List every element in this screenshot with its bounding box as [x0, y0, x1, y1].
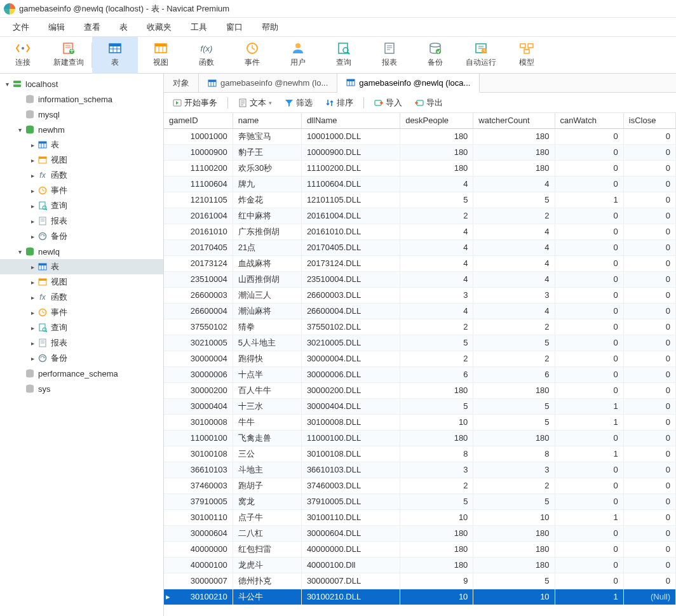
- table-row[interactable]: 2017040521点20170405.DLL4400: [164, 239, 676, 255]
- cell-gameID[interactable]: 36610103: [164, 462, 233, 478]
- toolbar-report[interactable]: 报表: [367, 37, 412, 74]
- cell-dllName[interactable]: 20161010.DLL: [301, 224, 400, 239]
- cell-deskPeople[interactable]: 180: [400, 128, 473, 144]
- cell-gameID[interactable]: 30100008: [164, 414, 233, 430]
- cell-deskPeople[interactable]: 5: [400, 335, 473, 351]
- import-button[interactable]: 导入: [370, 95, 406, 110]
- toolbar-autorun[interactable]: 自动运行: [458, 37, 504, 74]
- cell-name[interactable]: 龙虎斗: [233, 557, 301, 573]
- cell-canWatch[interactable]: 0: [555, 557, 623, 573]
- tree-newhm[interactable]: ▾newhm: [0, 122, 163, 137]
- table-row[interactable]: 11000100飞禽走兽11000100.DLL18018000: [164, 430, 676, 446]
- cell-deskPeople[interactable]: 6: [400, 366, 473, 382]
- table-row[interactable]: 10001000奔驰宝马10001000.DLL18018000: [164, 128, 676, 144]
- cell-name[interactable]: 5人斗地主: [233, 335, 301, 351]
- cell-watcherCount[interactable]: 4: [473, 255, 555, 271]
- cell-deskPeople[interactable]: 180: [400, 557, 473, 573]
- cell-isClose[interactable]: 0: [623, 493, 675, 509]
- cell-dllName[interactable]: 20173124.DLL: [301, 255, 400, 271]
- cell-name[interactable]: 斗公牛: [233, 589, 301, 605]
- toolbar-table[interactable]: 表: [92, 37, 138, 74]
- cell-watcherCount[interactable]: 180: [473, 557, 555, 573]
- cell-dllName[interactable]: 30000004.DLL: [301, 351, 400, 366]
- cell-dllName[interactable]: 37460003.DLL: [301, 478, 400, 493]
- cell-dllName[interactable]: 12101105.DLL: [301, 192, 400, 208]
- cell-gameID[interactable]: 12101105: [164, 192, 233, 208]
- cell-gameID[interactable]: 40000100: [164, 557, 233, 573]
- cell-name[interactable]: 山西推倒胡: [233, 271, 301, 287]
- toolbar-query[interactable]: 查询: [321, 37, 367, 74]
- cell-deskPeople[interactable]: 180: [400, 525, 473, 541]
- tree-事件[interactable]: ▸事件: [0, 183, 163, 198]
- cell-dllName[interactable]: 11100200.DLL: [301, 160, 400, 176]
- cell-isClose[interactable]: 0: [623, 160, 675, 176]
- cell-name[interactable]: 红中麻将: [233, 208, 301, 224]
- cell-name[interactable]: 窝龙: [233, 493, 301, 509]
- cell-isClose[interactable]: 0: [623, 208, 675, 224]
- cell-canWatch[interactable]: 0: [555, 366, 623, 382]
- cell-gameID[interactable]: 30000604: [164, 525, 233, 541]
- cell-deskPeople[interactable]: 5: [400, 493, 473, 509]
- cell-watcherCount[interactable]: 180: [473, 541, 555, 557]
- cell-deskPeople[interactable]: 5: [400, 192, 473, 208]
- table-row[interactable]: 30100108三公30100108.DLL8810: [164, 446, 676, 462]
- tab[interactable]: gamebaseinfo @newlq (loca...: [337, 74, 480, 93]
- cell-gameID[interactable]: 30000404: [164, 398, 233, 414]
- table-row[interactable]: 37910005窝龙37910005.DLL5500: [164, 493, 676, 509]
- cell-gameID[interactable]: 40000000: [164, 541, 233, 557]
- tree-函数[interactable]: ▸fx函数: [0, 290, 163, 305]
- cell-gameID[interactable]: ▸30100210: [164, 589, 233, 605]
- cell-watcherCount[interactable]: 6: [473, 366, 555, 382]
- cell-isClose[interactable]: 0: [623, 414, 675, 430]
- cell-deskPeople[interactable]: 10: [400, 509, 473, 525]
- tree-toggle-icon[interactable]: ▸: [28, 142, 37, 149]
- begin-transaction-button[interactable]: 开始事务: [169, 95, 221, 110]
- cell-isClose[interactable]: 0: [623, 462, 675, 478]
- cell-gameID[interactable]: 37910005: [164, 493, 233, 509]
- cell-gameID[interactable]: 30000004: [164, 351, 233, 366]
- cell-isClose[interactable]: 0: [623, 271, 675, 287]
- cell-watcherCount[interactable]: 4: [473, 303, 555, 319]
- tree-toggle-icon[interactable]: ▸: [28, 279, 37, 286]
- toolbar-model[interactable]: 模型: [504, 37, 550, 74]
- cell-dllName[interactable]: 26600003.DLL: [301, 287, 400, 303]
- cell-deskPeople[interactable]: 180: [400, 382, 473, 398]
- tree-toggle-icon[interactable]: ▾: [3, 81, 11, 88]
- menu-窗口[interactable]: 窗口: [217, 19, 252, 36]
- table-row[interactable]: 30000007德州扑克30000007.DLL9500: [164, 573, 676, 589]
- cell-isClose[interactable]: 0: [623, 319, 675, 335]
- cell-gameID[interactable]: 23510004: [164, 271, 233, 287]
- cell-watcherCount[interactable]: 10: [473, 589, 555, 605]
- cell-deskPeople[interactable]: 2: [400, 319, 473, 335]
- cell-watcherCount[interactable]: 180: [473, 160, 555, 176]
- cell-canWatch[interactable]: 0: [555, 351, 623, 366]
- cell-name[interactable]: 猜拳: [233, 319, 301, 335]
- cell-name[interactable]: 跑胡子: [233, 478, 301, 493]
- cell-canWatch[interactable]: 0: [555, 128, 623, 144]
- tree-toggle-icon[interactable]: ▸: [28, 157, 37, 164]
- cell-name[interactable]: 点子牛: [233, 509, 301, 525]
- table-row[interactable]: 40000000红包扫雷40000000.DLL18018000: [164, 541, 676, 557]
- cell-watcherCount[interactable]: 4: [473, 239, 555, 255]
- cell-name[interactable]: 百人牛牛: [233, 382, 301, 398]
- cell-watcherCount[interactable]: 5: [473, 335, 555, 351]
- menu-查看[interactable]: 查看: [75, 19, 109, 36]
- cell-deskPeople[interactable]: 4: [400, 176, 473, 192]
- tree-查询[interactable]: ▸查询: [0, 320, 163, 335]
- table-row[interactable]: 30000200百人牛牛30000200.DLL18018000: [164, 382, 676, 398]
- export-button[interactable]: 导出: [411, 95, 447, 110]
- tree-toggle-icon[interactable]: ▸: [28, 294, 37, 301]
- cell-watcherCount[interactable]: 5: [473, 573, 555, 589]
- tree-报表[interactable]: ▸报表: [0, 335, 163, 351]
- cell-watcherCount[interactable]: 2: [473, 478, 555, 493]
- tree-函数[interactable]: ▸fx函数: [0, 168, 163, 183]
- cell-watcherCount[interactable]: 10: [473, 509, 555, 525]
- tree-toggle-icon[interactable]: ▸: [28, 340, 37, 347]
- table-row[interactable]: 26600004潮汕麻将26600004.DLL4400: [164, 303, 676, 319]
- cell-gameID[interactable]: 11000100: [164, 430, 233, 446]
- cell-deskPeople[interactable]: 4: [400, 255, 473, 271]
- cell-name[interactable]: 十三水: [233, 398, 301, 414]
- cell-watcherCount[interactable]: 4: [473, 271, 555, 287]
- menu-编辑[interactable]: 编辑: [39, 19, 74, 36]
- cell-canWatch[interactable]: 0: [555, 335, 623, 351]
